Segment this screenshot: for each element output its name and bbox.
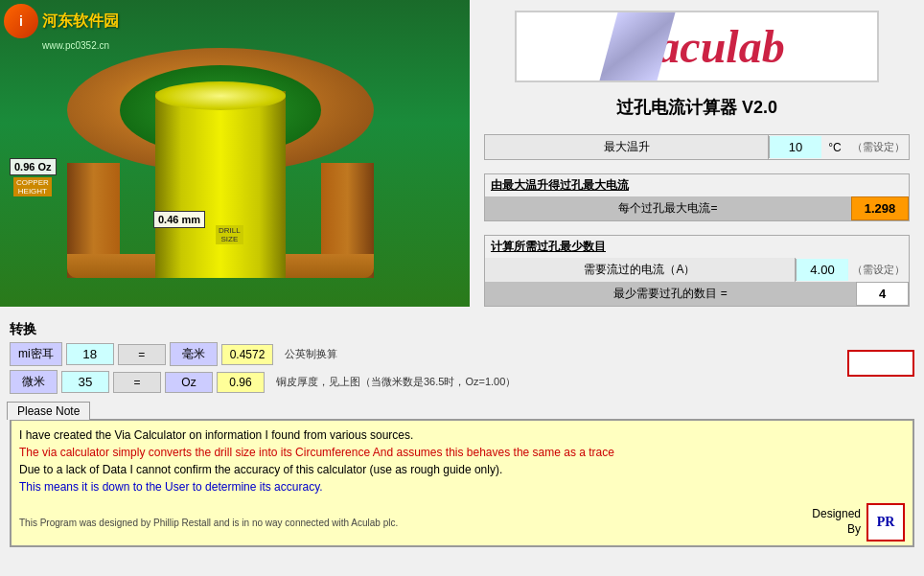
- mm-label: 0.46 mm: [153, 211, 205, 228]
- section1-title: 由最大温升得过孔最大电流: [485, 174, 909, 196]
- conv-equals-row1: =: [118, 344, 166, 365]
- conv-equals-row2: =: [113, 372, 161, 393]
- conversion-section: 转换 mi密耳 = 毫米 0.4572 公英制换算 微米 = Oz 0.96 铜…: [0, 316, 924, 403]
- designed-by-label: DesignedBy: [812, 507, 861, 537]
- via-diagram-image: i 河东软件园 www.pс0352.cn: [0, 0, 470, 307]
- footer-text: This Program was designed by Phillip Res…: [19, 518, 398, 528]
- min-vias-row: 最少需要过孔的数目 = 4: [485, 282, 909, 306]
- oz-label: 0.96 Oz: [10, 158, 57, 175]
- max-current-section: 由最大温升得过孔最大电流 每个过孔最大电流= 1.298: [484, 173, 910, 221]
- note-content: I have created the Via Calculator on inf…: [12, 421, 912, 501]
- note-line4: This means it is down to the User to det…: [19, 478, 905, 495]
- aculab-logo-text: aculab: [657, 20, 784, 73]
- designed-by: DesignedBy PR: [812, 503, 905, 541]
- right-side-box: [847, 350, 914, 377]
- watermark: i 河东软件园 www.pс0352.cn: [4, 4, 119, 38]
- drill-size-label: DRILLSIZE: [216, 225, 243, 244]
- max-current-value: 1.298: [851, 196, 909, 220]
- cylinder-top: [155, 81, 286, 110]
- conv-val2-row2: 0.96: [217, 372, 265, 393]
- logo-text: 河东软件园: [42, 12, 119, 32]
- conv-note-row1: 公英制换算: [285, 347, 337, 361]
- conversion-row-1: mi密耳 = 毫米 0.4572 公英制换算: [10, 342, 914, 366]
- max-temp-label: 最大温升: [485, 135, 769, 159]
- note-line2: The via calculator simply converts the d…: [19, 444, 905, 461]
- conversion-row-2: 微米 = Oz 0.96 铜皮厚度，见上图（当微米数是36.5时，Oz=1.00…: [10, 370, 914, 394]
- required-current-label: 需要流过的电流（A）: [485, 258, 796, 282]
- conv-unit2-row1: 毫米: [170, 342, 218, 366]
- min-vias-section: 计算所需过孔最少数目 需要流过的电流（A） （需设定） 最少需要过孔的数目 = …: [484, 235, 910, 307]
- right-panel: aculab 过孔电流计算器 V2.0 最大温升 °C （需设定） 由最大温升得…: [470, 0, 924, 316]
- note-line1: I have created the Via Calculator on inf…: [19, 426, 905, 444]
- min-vias-value: 4: [856, 282, 909, 306]
- max-temp-section: 最大温升 °C （需设定）: [484, 134, 910, 160]
- via-3d-visual: [48, 38, 412, 288]
- aculab-logo-box: aculab: [515, 11, 879, 82]
- conv-val1-row2-input[interactable]: [61, 371, 109, 393]
- max-temp-unit: °C: [821, 137, 848, 158]
- please-note-tab: Please Note: [7, 402, 90, 420]
- app-title: 过孔电流计算器 V2.0: [484, 96, 910, 119]
- conv-val2-row1: 0.4572: [221, 344, 274, 365]
- max-temp-note: （需设定）: [848, 140, 909, 154]
- please-note-wrapper: Please Note I have created the Via Calcu…: [5, 403, 919, 552]
- section2-title: 计算所需过孔最少数目: [485, 236, 909, 258]
- logo-icon: i: [4, 4, 38, 38]
- required-current-row: 需要流过的电流（A） （需设定）: [485, 258, 909, 282]
- pr-logo: PR: [866, 503, 905, 541]
- min-vias-label: 最少需要过孔的数目 =: [485, 282, 856, 306]
- note-footer: This Program was designed by Phillip Res…: [12, 501, 912, 545]
- please-note-tab-row: Please Note: [5, 403, 919, 420]
- conv-unit2-row2: Oz: [165, 372, 213, 393]
- max-temp-row: 最大温升 °C （需设定）: [485, 135, 909, 159]
- cylinder-body: [155, 91, 286, 278]
- conversion-title: 转换: [10, 321, 914, 338]
- conv-note-row2: 铜皮厚度，见上图（当微米数是36.5时，Oz=1.00）: [276, 375, 516, 389]
- required-current-note: （需设定）: [848, 263, 909, 277]
- copper-height-label: COPPERHEIGHT: [13, 177, 52, 196]
- conv-val1-row1-input[interactable]: [66, 343, 114, 365]
- max-current-row: 每个过孔最大电流= 1.298: [485, 196, 909, 220]
- max-current-label: 每个过孔最大电流=: [485, 196, 851, 220]
- conv-unit1-row1: mi密耳: [10, 342, 62, 366]
- max-temp-input[interactable]: [769, 136, 821, 158]
- note-line3: Due to a lack of Data I cannot confirm t…: [19, 461, 905, 478]
- required-current-input[interactable]: [796, 259, 848, 281]
- aculab-logo-area: aculab: [484, 10, 910, 83]
- conv-unit1-row2: 微米: [10, 370, 58, 394]
- please-note-section: I have created the Via Calculator on inf…: [10, 419, 914, 547]
